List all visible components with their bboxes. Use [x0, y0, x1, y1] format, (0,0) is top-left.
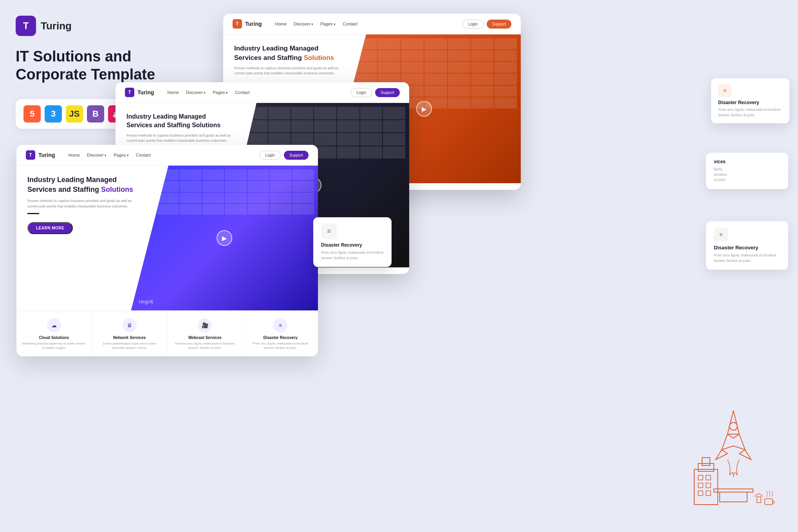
white-nav-pages[interactable]: Pages	[114, 153, 129, 157]
svg-point-9	[729, 422, 737, 430]
white-hero-desc: Proven methods to capture business prior…	[27, 198, 137, 209]
cloud-desc: Morbilling pharetra sapiening ut mattis …	[22, 341, 86, 350]
dr-title-bottom: Disaster Recovery	[248, 335, 312, 340]
dark-support-btn[interactable]: Support	[375, 88, 400, 97]
dark-nav-links: Home Discover Pages Contact	[168, 90, 341, 95]
dark-nav-buttons: Login Support	[351, 88, 400, 97]
brand-header: T Turing	[16, 16, 204, 36]
dark-nav-contact[interactable]: Contact	[235, 90, 250, 95]
svg-rect-12	[757, 497, 761, 503]
white-nav-home[interactable]: Home	[69, 153, 80, 157]
orange-login-btn[interactable]: Login	[462, 20, 484, 29]
dr-card-right-main-icon: ≡	[714, 227, 728, 242]
blue-play-button[interactable]: ▶	[217, 230, 232, 246]
card-white-preview: T Turing Home Discover Pages Contact Log…	[16, 145, 318, 356]
dr-icon-dark: ≡	[321, 224, 337, 239]
white-hero-divider	[27, 213, 39, 214]
orange-support-btn[interactable]: Support	[487, 20, 511, 29]
orange-nav: T Turing Home Discover Pages Contact Log…	[223, 14, 521, 34]
orange-play-button[interactable]: ▶	[416, 101, 432, 117]
orange-nav-home[interactable]: Home	[275, 22, 287, 26]
js-badge: JS	[66, 105, 83, 123]
dr-icon-bottom: ≡	[273, 318, 287, 332]
orange-nav-buttons: Login Support	[462, 20, 512, 29]
main-wrapper: T Turing IT Solutions and Corporate Temp…	[0, 0, 798, 532]
svg-rect-4	[706, 475, 711, 480]
css3-badge: 3	[45, 105, 62, 123]
orange-nav-contact[interactable]: Contact	[343, 22, 357, 26]
white-image-area: imgIX ▶	[131, 166, 318, 310]
white-login-btn[interactable]: Login	[260, 151, 281, 160]
cloud-title: Cloud Solutions	[22, 335, 86, 340]
white-hero-content: Industry Leading ManagedServices and Sta…	[16, 166, 152, 310]
svg-rect-11	[720, 492, 747, 502]
dr-desc-bottom: Proin arcu ligula, malesuada id tincidun…	[248, 341, 312, 350]
dr-card-dark-overlay: ≡ Disaster Recovery Proin arcu ligula, m…	[313, 217, 392, 267]
service-card-cloud: ☁ Cloud Solutions Morbilling pharetra sa…	[16, 312, 92, 356]
dark-logo-icon: T	[125, 88, 134, 97]
dr-title-dark: Disaster Recovery	[321, 242, 384, 248]
services-row: ☁ Cloud Solutions Morbilling pharetra sa…	[16, 312, 318, 356]
service-card-webcast: 🎥 Webcast Services Facilisis arcu ligula…	[168, 312, 243, 356]
dr-card-right-top-title: vices	[714, 159, 780, 164]
white-logo-icon: T	[26, 150, 35, 160]
webcast-icon: 🎥	[198, 318, 212, 332]
dr-desc-orange-area: Proin arcu ligula, malesuada id tincidun…	[718, 107, 782, 118]
svg-rect-3	[698, 475, 703, 480]
svg-rect-2	[702, 458, 710, 465]
dark-nav-pages[interactable]: Pages	[213, 90, 228, 95]
bootstrap-badge: B	[87, 105, 104, 123]
white-nav-discover[interactable]: Discover	[87, 153, 107, 157]
dr-card-orange-area: ≡ Disaster Recovery Proin arcu ligula, m…	[711, 78, 789, 123]
dr-card-right-main-desc: Proin arcu ligula, malesuada id tincidun…	[714, 253, 780, 263]
svg-rect-6	[706, 483, 711, 488]
dark-nav-discover[interactable]: Discover	[186, 90, 206, 95]
dark-nav-home[interactable]: Home	[168, 90, 179, 95]
svg-rect-8	[706, 491, 711, 496]
white-nav-links: Home Discover Pages Contact	[69, 153, 250, 157]
rocket-illustration-area	[682, 399, 784, 512]
page-title: IT Solutions and Corporate Template	[16, 48, 204, 83]
dr-card-right-top-desc: ligula,tinciduntat justo.	[714, 167, 780, 183]
service-card-dr: ≡ Disaster Recovery Proin arcu ligula, m…	[243, 312, 318, 356]
learn-more-btn[interactable]: LEARN MORE	[27, 222, 73, 234]
service-card-network: 🖥 Network Services Donec pellentesque tu…	[92, 312, 168, 356]
white-brand-name: Turing	[38, 152, 55, 158]
orange-nav-pages[interactable]: Pages	[320, 22, 336, 26]
dark-brand-name: Turing	[137, 89, 154, 96]
dark-login-btn[interactable]: Login	[351, 88, 372, 97]
white-hero-title: Industry Leading ManagedServices and Sta…	[27, 175, 141, 195]
dr-title-orange-area: Disaster Recovery	[718, 100, 782, 105]
webcast-title: Webcast Services	[173, 335, 237, 340]
white-nav: T Turing Home Discover Pages Contact Log…	[16, 145, 318, 166]
html5-badge: 5	[23, 105, 41, 123]
brand-name: Turing	[41, 20, 72, 32]
orange-nav-discover[interactable]: Discover	[294, 22, 313, 26]
dark-nav-logo: T Turing	[125, 88, 154, 97]
svg-rect-5	[698, 483, 703, 488]
svg-rect-10	[714, 489, 753, 492]
svg-rect-1	[698, 463, 714, 471]
network-title: Network Services	[97, 335, 162, 340]
dr-desc-dark: Proin arcu ligula, malesuada id tincidun…	[321, 250, 384, 261]
white-nav-buttons: Login Support	[260, 151, 309, 160]
orange-logo-icon: T	[233, 19, 242, 29]
orange-nav-logo: T Turing	[233, 19, 262, 29]
network-icon: 🖥	[123, 318, 137, 332]
orange-nav-links: Home Discover Pages Contact	[275, 22, 453, 26]
dr-card-right-main: ≡ Disaster Recovery Proin arcu ligula, m…	[706, 221, 788, 270]
white-nav-contact[interactable]: Contact	[136, 153, 151, 157]
dr-card-right-main-title: Disaster Recovery	[714, 245, 780, 251]
svg-rect-7	[698, 491, 703, 496]
network-desc: Donec pellentesque turpis utium lorem im…	[97, 341, 162, 350]
white-nav-logo: T Turing	[26, 150, 55, 160]
cloud-icon: ☁	[47, 318, 61, 332]
svg-rect-13	[765, 499, 773, 505]
webcast-desc: Facilisis arcu ligula, malesuada id tinc…	[173, 341, 237, 350]
orange-brand-name: Turing	[245, 21, 262, 27]
white-support-btn[interactable]: Support	[284, 151, 309, 160]
dark-nav: T Turing Home Discover Pages Contact Log…	[116, 82, 409, 103]
white-hero-section: Industry Leading ManagedServices and Sta…	[16, 166, 318, 310]
dr-card-right-top: vices ligula,tinciduntat justo.	[706, 153, 788, 189]
blue-server-rack: imgIX ▶	[131, 166, 318, 310]
